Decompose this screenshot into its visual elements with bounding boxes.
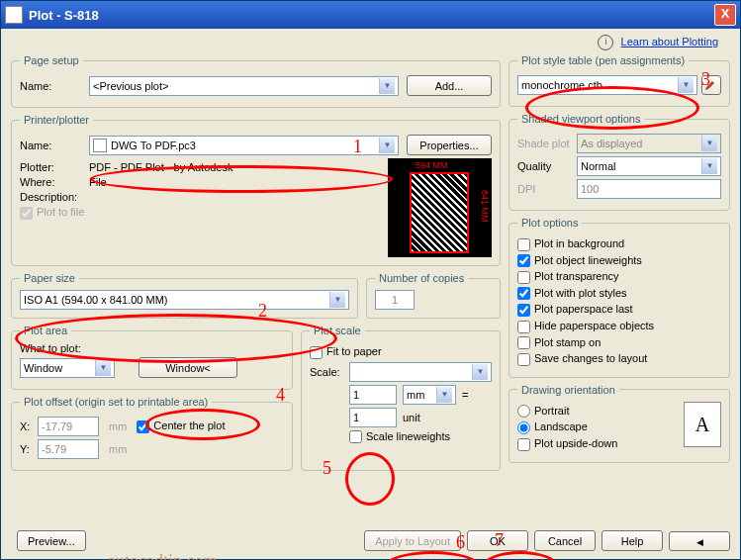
close-button[interactable]: X	[714, 4, 736, 26]
paper-select[interactable]: ISO A1 (594.00 x 841.00 MM) ▼	[20, 290, 349, 310]
po-hide[interactable]: Hide paperspace objects	[517, 320, 654, 333]
what-value: Window	[24, 362, 62, 374]
style-select[interactable]: monochrome.ctb ▼	[517, 75, 697, 95]
pr-name-select[interactable]: DWG To PDF.pc3 ▼	[89, 136, 399, 155]
plotter-value: PDF - PDF Plot - by Autodesk	[89, 161, 233, 173]
learn-link[interactable]: Learn about Plotting	[621, 36, 718, 47]
printer-legend: Printer/plotter	[20, 114, 93, 126]
what-label: What to plot:	[20, 342, 284, 354]
properties-button[interactable]: Properties...	[407, 135, 492, 155]
offset-group: Plot offset (origin set to printable are…	[11, 396, 293, 471]
scale-unit: mm	[407, 389, 424, 401]
paper-legend: Paper size	[20, 272, 79, 284]
paper-size-group: Paper size ISO A1 (594.00 x 841.00 MM) ▼	[11, 272, 358, 319]
chevron-left-icon: ◀	[696, 537, 703, 547]
chevron-down-icon: ▼	[95, 360, 111, 376]
pr-name-value: DWG To PDF.pc3	[111, 140, 196, 151]
quality-label: Quality	[517, 160, 577, 172]
eq-label: =	[462, 389, 468, 401]
scale-den[interactable]	[349, 408, 397, 427]
chevron-down-icon: ▼	[678, 77, 694, 93]
orient-group: Drawing orientation Portrait Landscape P…	[509, 384, 730, 463]
ps-name-label: Name:	[20, 80, 89, 92]
po-styles[interactable]: Plot with plot styles	[517, 287, 627, 301]
what-select[interactable]: Window ▼	[20, 358, 115, 378]
fit-check[interactable]: Fit to paper	[310, 345, 382, 359]
chevron-down-icon: ▼	[379, 78, 395, 94]
chevron-down-icon: ▼	[379, 138, 395, 153]
copies-group: Number of copies	[366, 272, 501, 319]
chevron-down-icon: ▼	[436, 387, 452, 403]
plot-area-legend: Plot area	[20, 325, 71, 336]
where-label: Where:	[20, 176, 89, 188]
paper-preview: 594 MM 841 MM	[388, 158, 492, 257]
ps-name-value: <Previous plot>	[93, 80, 168, 92]
window-button[interactable]: Window<	[139, 357, 237, 378]
help-button[interactable]: Help	[602, 530, 663, 551]
po-legend: Plot options	[517, 217, 582, 229]
scale-num[interactable]	[349, 385, 397, 405]
scale-legend: Plot scale	[310, 325, 365, 336]
style-value: monochrome.ctb	[521, 79, 602, 91]
chevron-down-icon: ▼	[701, 136, 717, 151]
portrait-radio[interactable]: Portrait	[517, 405, 569, 419]
plot-area-group: Plot area What to plot: Window ▼ Window<	[11, 325, 293, 390]
center-check[interactable]: Center the plot	[137, 420, 225, 433]
po-bg[interactable]: Plot in background	[517, 237, 624, 251]
scale-unit2: unit	[403, 412, 420, 423]
preview-button[interactable]: Preview...	[17, 530, 86, 551]
po-save[interactable]: Save changes to layout	[517, 352, 647, 366]
copies-legend: Number of copies	[375, 272, 468, 284]
x-label: X:	[20, 420, 38, 432]
expand-button[interactable]: ◀	[669, 531, 730, 551]
copies-input	[375, 290, 415, 310]
x-input	[38, 417, 99, 436]
orient-icon: A	[684, 402, 721, 447]
preview-dim-h: 841 MM	[480, 190, 490, 223]
titlebar: Plot - S-818 X	[1, 1, 740, 29]
scale-unit-select[interactable]: mm ▼	[403, 385, 456, 405]
style-edit-button[interactable]	[701, 75, 721, 95]
orient-legend: Drawing orientation	[517, 384, 619, 396]
scale-label: Scale:	[310, 366, 349, 378]
y-label: Y:	[20, 443, 38, 455]
po-trans[interactable]: Plot transparency	[517, 270, 619, 284]
info-icon: i	[598, 35, 613, 50]
page-setup-group: Page setup Name: <Previous plot> ▼ Add..…	[11, 54, 501, 108]
landscape-radio[interactable]: Landscape	[517, 420, 588, 434]
shade-label: Shade plot	[517, 138, 577, 149]
scale-lw-check[interactable]: Scale lineweights	[349, 430, 450, 444]
paper-value: ISO A1 (594.00 x 841.00 MM)	[24, 294, 168, 306]
cancel-button[interactable]: Cancel	[534, 530, 596, 551]
ps-name-select[interactable]: <Previous plot> ▼	[89, 76, 399, 96]
shade-select: As displayed ▼	[577, 134, 721, 153]
dpi-label: DPI	[517, 183, 577, 195]
po-stamp[interactable]: Plot stamp on	[517, 336, 601, 350]
po-lw[interactable]: Plot object lineweights	[517, 254, 642, 268]
ok-button[interactable]: OK	[467, 530, 528, 551]
page-setup-legend: Page setup	[20, 54, 83, 66]
x-unit: mm	[109, 420, 127, 432]
shaded-legend: Shaded viewport options	[517, 113, 644, 125]
plot-options-group: Plot options Plot in background Plot obj…	[509, 217, 730, 378]
watermark: autocadtip.com	[108, 551, 217, 560]
y-input	[38, 439, 99, 459]
scale-select[interactable]: ▼	[349, 362, 492, 382]
quality-value: Normal	[581, 160, 615, 172]
pr-name-label: Name:	[20, 140, 89, 151]
chevron-down-icon: ▼	[329, 292, 345, 308]
quality-select[interactable]: Normal ▼	[577, 156, 721, 176]
pencil-icon	[705, 78, 717, 90]
printer-group: Printer/plotter Name: DWG To PDF.pc3 ▼ P…	[11, 114, 501, 266]
upside-check[interactable]: Plot upside-down	[517, 437, 617, 451]
preview-dim-w: 594 MM	[416, 160, 448, 170]
add-button[interactable]: Add...	[407, 75, 492, 96]
desc-label: Description:	[20, 191, 89, 203]
dpi-input	[577, 179, 721, 199]
y-unit: mm	[109, 443, 127, 455]
po-pspace[interactable]: Plot paperspace last	[517, 303, 633, 317]
offset-legend: Plot offset (origin set to printable are…	[20, 396, 212, 408]
shaded-group: Shaded viewport options Shade plot As di…	[509, 113, 730, 211]
where-value: File	[89, 176, 107, 188]
style-table-group: Plot style table (pen assignments) monoc…	[509, 54, 730, 107]
